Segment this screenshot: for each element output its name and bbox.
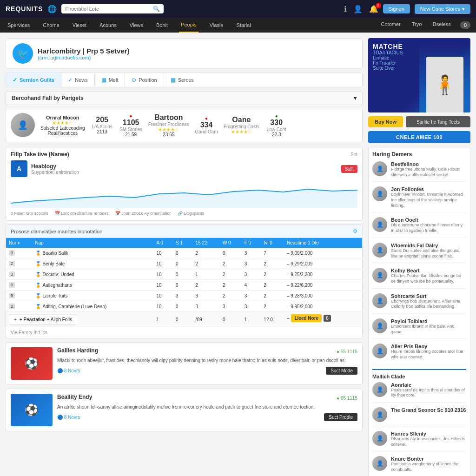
hiring-desc-7: Houre Inroos lilrloring ocoates arol lli… bbox=[391, 349, 466, 360]
top-navigation: REQUNITS 🌐 🔍 ℹ 👤 🔔 0 Signon New Cone Sto… bbox=[0, 0, 476, 18]
hiring-name-0: Beetfellnoo bbox=[391, 161, 466, 167]
scout-button-2[interactable]: Suct Prodle bbox=[324, 413, 357, 421]
new-store-button[interactable]: New Cone Stores ▾ bbox=[415, 4, 470, 14]
nav-viasle[interactable]: Viasle bbox=[208, 18, 225, 33]
col-nap: Nap bbox=[33, 238, 154, 248]
left-panel: 🐦 Harlcombitry | Prp 5 Setver) (crm.logi… bbox=[6, 38, 363, 476]
nav-vieset[interactable]: Vieset bbox=[71, 18, 88, 33]
nav-acouns[interactable]: Acouns bbox=[98, 18, 119, 33]
circle-action-button[interactable]: CNELE AMEE 100 bbox=[368, 131, 470, 143]
table-row: 2 🏅Benly Bale 10 0 2 2 3 2 – 9.29/2,009 bbox=[6, 258, 362, 269]
table-section: Prosose clamylatjve manrtes inonotation … bbox=[6, 225, 363, 338]
nav-starial[interactable]: Starial bbox=[234, 18, 252, 33]
table-row: 0 🏅Auilegnathans 10 0 2 2 4 2 – 9.22/6,2… bbox=[6, 280, 362, 291]
hiring-title: Haring Demers bbox=[372, 151, 466, 158]
player-avatar: 👤 bbox=[11, 113, 35, 137]
col-nor: Nor ▾ bbox=[6, 238, 33, 248]
nav-views[interactable]: Views bbox=[128, 18, 145, 33]
nav-peopis[interactable]: Peopis bbox=[179, 18, 198, 33]
notification-badge: 0 bbox=[376, 3, 381, 8]
stat-button[interactable]: Sallt bbox=[341, 165, 357, 173]
hiring-item-4: 👤 Kolby Beart Chartes Featse Ilan frliss… bbox=[372, 268, 466, 288]
hiring-item-0: 👤 Beetfellnoo Fldrrge free Jbona Muliy, … bbox=[372, 161, 466, 182]
user-icon[interactable]: 👤 bbox=[353, 5, 363, 13]
nav-bonit[interactable]: Bonit bbox=[154, 18, 170, 33]
news-footer-2: 🔵 8 Novrs Suct Prodle bbox=[57, 413, 357, 421]
comparison-title: Bercohand Fall by Parigets bbox=[12, 95, 84, 101]
table-header-text: Prosose clamylatjve manrtes inonotation bbox=[11, 229, 102, 234]
hiring-name-3: Wloemids Fal Dalry bbox=[391, 243, 466, 248]
comparison-section-header: Bercohand Fall by Parigets ▾ bbox=[6, 91, 363, 105]
info-icon[interactable]: ℹ bbox=[344, 5, 347, 13]
hiring-avatar-6: 👤 bbox=[372, 318, 387, 333]
chart-sort: Snt bbox=[350, 152, 357, 157]
similar-button[interactable]: Sarlite he Tang Teets bbox=[406, 116, 470, 127]
more-item-1: 👤 The Grand Seonor Sc 910 2316 bbox=[372, 407, 466, 426]
settings-icon[interactable]: ⚙ bbox=[353, 228, 357, 234]
hiring-item-1: 👤 Jon Foilonles Boylnnieer innoort, Inre… bbox=[372, 186, 466, 212]
scout-button-1[interactable]: Suct Mode bbox=[326, 367, 357, 375]
link-counter[interactable]: 0 bbox=[460, 21, 470, 29]
table-head: Nor ▾ Nap A 0 S 1 15 22 W 0 F 0 Ivi 0 Ne… bbox=[6, 238, 362, 248]
news-count-1: 🔵 8 Novrs bbox=[57, 368, 80, 373]
table-row: 2 🏅Adltrig, Carablerie (Luve Dean) 10 0 … bbox=[6, 301, 362, 312]
meta-item-2: 📅 Larc om dirarlure renoces bbox=[55, 211, 109, 216]
buy-now-button[interactable]: Buy Now bbox=[368, 116, 403, 127]
grid-icon: ▦ bbox=[101, 77, 106, 83]
profile-name: Harlcombitry | Prp 5 Setver) bbox=[38, 47, 130, 55]
tab-sernion[interactable]: ✓ Sernion Gulits bbox=[6, 73, 61, 87]
col-price: Neastime 1 Dte bbox=[284, 238, 362, 248]
news-content-1: Gallles Harding ● 55 1115 Mlacki to rooh… bbox=[57, 347, 357, 380]
nav-spervices[interactable]: Spervices bbox=[6, 18, 32, 33]
chevron-down-icon-2[interactable]: ▾ bbox=[354, 95, 357, 101]
hiring-item-7: 👤 Aller Prls Beoy Houre Inroos lilrlorin… bbox=[372, 344, 466, 364]
search-icon: 🔍 bbox=[153, 6, 160, 12]
table-body: 3 🏅Boarlio Salik 10 0 2 0 3 7 – 9.09/2,0… bbox=[6, 248, 362, 327]
tab-position[interactable]: ⊙ Position bbox=[125, 73, 164, 87]
signin-button[interactable]: Signon bbox=[383, 4, 410, 13]
check-icon: ✓ bbox=[13, 77, 17, 83]
logo: REQUNITS bbox=[6, 5, 43, 13]
hiring-avatar-0: 👤 bbox=[372, 161, 387, 176]
hiring-name-1: Jon Foilonles bbox=[391, 186, 466, 192]
search-input[interactable] bbox=[65, 6, 151, 12]
link-tryo[interactable]: Tryo bbox=[410, 21, 424, 27]
tab-melt[interactable]: ▦ Melt bbox=[95, 73, 126, 87]
rank-badge: 9 bbox=[9, 293, 15, 298]
table-row: 9 🏅Lanple Tuits 10 3 3 2 3 2 – 9.28/3,00… bbox=[6, 291, 362, 301]
tab-serces[interactable]: ▦ Serces bbox=[164, 73, 200, 87]
section-divider-label: Mallich Clade bbox=[372, 374, 466, 379]
meta-item-4: 🔗 Liogupants bbox=[178, 211, 205, 216]
col-15: 15 22 bbox=[193, 238, 220, 248]
notification-bell[interactable]: 🔔 0 bbox=[369, 5, 378, 13]
hiring-desc-1: Boylnnieer innoort, Inresmle It Adomed I… bbox=[391, 192, 466, 208]
news-card-1: ⚽ Gallles Harding ● 55 1115 Mlacki to ro… bbox=[6, 342, 363, 385]
level-now-button[interactable]: Lleed Nore bbox=[291, 314, 322, 322]
hiring-item-6: 👤 Poylol Tolblard Lmoorcent Ibranit In i… bbox=[372, 318, 466, 339]
match-sub-1: TOA4 TACIUS bbox=[373, 50, 466, 55]
right-panel: MATCHE TOA4 TACIUS Lirmatie Fir Troarfer… bbox=[368, 38, 470, 476]
rank-badge: 2 bbox=[9, 261, 15, 266]
hiring-name-6: Poylol Tolblard bbox=[391, 318, 466, 324]
stat-name: Ornral Mocon ★★★★☆ Salseled Latocooding … bbox=[40, 115, 85, 136]
tabs: ✓ Sernion Gulits ✓ News ▦ Melt ⊙ Positio… bbox=[6, 73, 363, 87]
check-icon-2: ✓ bbox=[68, 77, 73, 83]
plus-icon: ＋ bbox=[13, 316, 18, 323]
hiring-desc-4: Chartes Featse Ilan frlissles bonge bd o… bbox=[391, 273, 466, 284]
link-bseless[interactable]: Bseless bbox=[431, 21, 453, 27]
stat-val5: Oane Frogretting Costs ★★★★☆ bbox=[224, 116, 259, 134]
chart-title: Fillp Take tive (Narwe) bbox=[11, 151, 69, 158]
link-cotomer[interactable]: Cotomer bbox=[379, 21, 403, 27]
nav-chome[interactable]: Chome bbox=[41, 18, 61, 33]
status-dot-1: ● 55 1115 bbox=[337, 349, 357, 354]
add-button[interactable]: ＋ + Peactation + Ailph Folls bbox=[9, 314, 76, 324]
search-bar[interactable]: 🔍 bbox=[61, 4, 164, 13]
more-avatar-0: 👤 bbox=[372, 382, 387, 397]
hiring-avatar-2: 👤 bbox=[372, 217, 387, 232]
tab-news[interactable]: ✓ News bbox=[61, 73, 95, 87]
company-desc: Suypertion! enlroiration bbox=[31, 170, 79, 175]
profile-link[interactable]: (crm.login.adoefis.com) bbox=[38, 55, 130, 60]
more-name-1: The Grand Seonor Sc 910 2316 bbox=[391, 407, 466, 413]
stat-val6: ● 330 Low Cont 22.3 bbox=[265, 113, 288, 137]
avatar: 🐦 bbox=[13, 43, 33, 64]
